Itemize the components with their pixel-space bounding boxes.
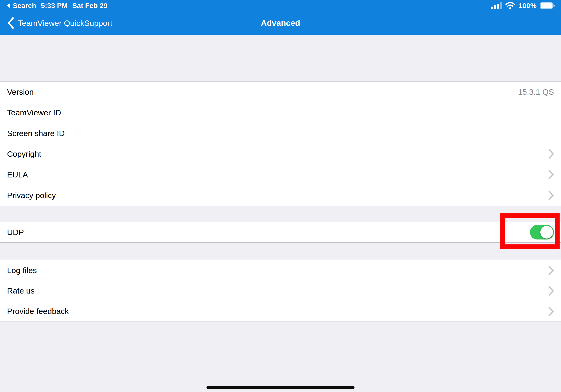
status-bar-left: Search 5:33 PM Sat Feb 29 <box>7 2 108 10</box>
row-label: Version <box>7 87 33 97</box>
search-label: Search <box>13 2 36 10</box>
header: Search 5:33 PM Sat Feb 29 100% <box>0 0 561 35</box>
version-value: 15.3.1 QS <box>518 87 554 97</box>
back-button-label: TeamViewer QuickSupport <box>18 19 112 28</box>
home-indicator[interactable] <box>206 386 355 389</box>
row-teamviewer-id: TeamViewer ID <box>0 102 561 123</box>
row-label: UDP <box>7 228 24 237</box>
row-label: EULA <box>7 170 28 179</box>
udp-toggle[interactable] <box>530 225 554 240</box>
status-bar-right: 100% <box>491 2 554 10</box>
clock-date: Sat Feb 29 <box>72 2 107 10</box>
row-eula[interactable]: EULA <box>0 164 561 185</box>
settings-group-feedback: Log files Rate us Provide feedback <box>0 260 561 322</box>
toggle-knob <box>540 226 553 239</box>
row-label: Log files <box>7 266 37 275</box>
back-chevron-icon <box>7 17 14 29</box>
clock-time: 5:33 PM <box>41 2 67 10</box>
row-privacy-policy[interactable]: Privacy policy <box>0 185 561 206</box>
chevron-right-icon <box>548 266 554 275</box>
back-button[interactable]: TeamViewer QuickSupport <box>7 17 112 29</box>
chevron-right-icon <box>548 149 554 159</box>
battery-percent: 100% <box>518 2 537 10</box>
settings-group-udp: UDP <box>0 222 561 243</box>
row-copyright[interactable]: Copyright <box>0 144 561 164</box>
row-label: Copyright <box>7 150 41 159</box>
settings-group-about: Version 15.3.1 QS TeamViewer ID Screen s… <box>0 81 561 206</box>
nav-bar: TeamViewer QuickSupport Advanced <box>0 11 561 35</box>
row-label: Rate us <box>7 286 34 295</box>
row-label: Provide feedback <box>7 307 69 316</box>
battery-icon <box>540 2 553 9</box>
chevron-right-icon <box>548 306 554 316</box>
status-bar: Search 5:33 PM Sat Feb 29 100% <box>0 0 561 11</box>
return-to-search-button[interactable]: Search <box>7 2 36 10</box>
row-rate-us[interactable]: Rate us <box>0 281 561 301</box>
row-screen-share-id: Screen share ID <box>0 123 561 144</box>
row-label: Privacy policy <box>7 191 56 200</box>
back-to-search-triangle-icon <box>7 3 10 8</box>
row-provide-feedback[interactable]: Provide feedback <box>0 301 561 322</box>
row-label: TeamViewer ID <box>7 108 61 117</box>
row-version: Version 15.3.1 QS <box>0 82 561 102</box>
row-udp: UDP <box>0 222 561 242</box>
row-label: Screen share ID <box>7 129 65 138</box>
chevron-right-icon <box>548 286 554 296</box>
wifi-icon <box>505 2 515 9</box>
row-log-files[interactable]: Log files <box>0 260 561 281</box>
cellular-signal-icon <box>491 2 502 9</box>
chevron-right-icon <box>548 170 554 180</box>
chevron-right-icon <box>548 190 554 200</box>
